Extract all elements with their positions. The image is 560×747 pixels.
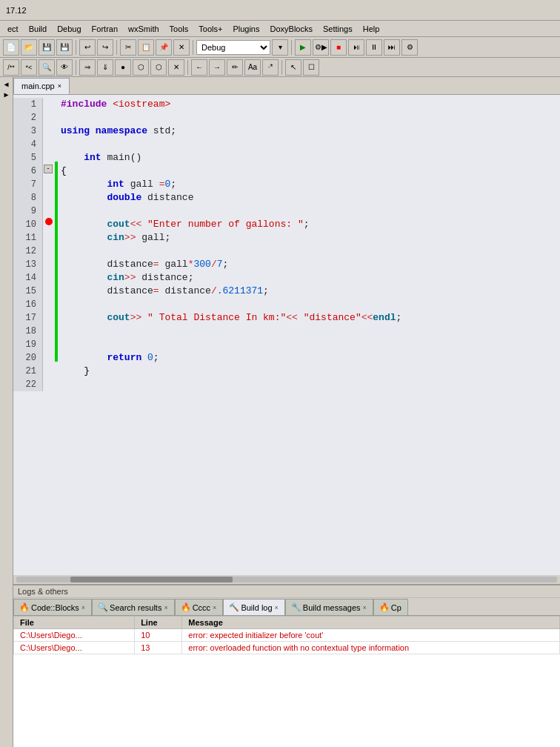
menu-settings[interactable]: Settings [319,23,357,35]
code-line-13: 13 distance= gall*300/7; [13,258,560,271]
code-line-10: 10 cout<< "Enter number of gallons: "; [13,218,560,231]
btab-close-buildlog[interactable]: × [275,604,279,611]
stop-button[interactable]: ■ [330,39,347,56]
menu-doxyblocks[interactable]: DoxyBlocks [265,23,316,35]
bottom-panel-label: Logs & others [13,585,560,598]
cell-message: error: expected initializer before 'cout… [182,629,560,642]
flame-icon-3: 🔥 [380,603,389,612]
format-button[interactable]: Aa [244,59,261,76]
code-line-3: 3 using namespace std; [13,124,560,138]
editor-hscrollbar[interactable] [13,575,560,584]
nav-back-button[interactable]: ⬡ [133,59,149,76]
btab-buildmessages[interactable]: 🔧 Build messages × [285,599,373,615]
btab-buildlog[interactable]: 🔨 Build log × [223,599,284,615]
pause-button[interactable]: ⏸ [366,39,382,56]
dot-button[interactable]: ·* [262,59,279,76]
cursor-button[interactable]: ↖ [285,59,301,76]
table-row[interactable]: C:\Users\Diego... 10 error: expected ini… [14,629,560,642]
bottom-content[interactable]: File Line Message C:\Users\Diego... 10 e… [13,616,560,747]
code-line-1: 1 #include <iostream> [13,98,560,111]
btab-search[interactable]: 🔍 Search results × [92,599,175,615]
editor-wrapper: main.cpp × 1 #include <iostream> 2 3 [13,77,560,747]
code-line-16: 16 [13,298,560,311]
copy-button[interactable]: 📋 [138,39,154,56]
col-file: File [14,617,135,629]
table-row[interactable]: C:\Users\Diego... 13 error: overloaded f… [14,642,560,654]
redo-button[interactable]: ↪ [97,39,113,56]
comment-button[interactable]: /** [3,59,19,76]
new-file-button[interactable]: 📄 [3,39,19,56]
btab-close-search[interactable]: × [164,604,167,611]
hscroll-track[interactable] [16,577,557,582]
step-into-button[interactable]: ⇓ [97,59,113,76]
btab-codeblocks[interactable]: 🔥 Code::Blocks × [13,599,92,615]
next-button[interactable]: ⏭ [384,39,400,56]
hscroll-thumb[interactable] [70,577,233,582]
btab-label: Search results [110,603,161,612]
title-text: 17.12 [6,6,27,15]
x-button[interactable]: ✕ [168,59,184,76]
menu-tools-plus[interactable]: Tools+ [194,23,227,35]
save-all-button[interactable]: 💾 [56,39,73,56]
run-button[interactable]: ▶ [295,39,311,56]
cut-button[interactable]: ✂ [120,39,136,56]
left-sidebar: ◀ ▶ [0,77,13,747]
watch-button[interactable]: 👁 [56,59,73,76]
code-line-11: 11 cin>> gall; [13,231,560,245]
build-run-button[interactable]: ⚙▶ [313,39,329,56]
btab-close-cccc[interactable]: × [213,604,216,611]
menu-tools[interactable]: Tools [165,23,193,35]
dropdown-arrow[interactable]: ▾ [272,39,288,56]
btab-cccc[interactable]: 🔥 Cccc × [175,599,224,615]
toolbar-2: /** *< 🔍 👁 ⇒ ⇓ ● ⬡ ⬡ ✕ ← → ✏ Aa ·* ↖ ☐ [0,58,560,77]
btab-label: Code::Blocks [31,603,79,612]
code-line-5: 5 int main() [13,151,560,165]
btab-label: Build log [241,603,272,612]
menu-build[interactable]: Build [24,23,51,35]
paste-button[interactable]: 📌 [156,39,172,56]
menu-plugins[interactable]: Plugins [228,23,264,35]
collapse-icon[interactable]: - [44,165,53,173]
cell-file: C:\Users\Diego... [14,629,135,642]
code-line-14: 14 cin>> distance; [13,271,560,285]
step-button[interactable]: ⏯ [348,39,364,56]
window-button[interactable]: ☐ [303,59,319,76]
find-button[interactable]: 🔍 [39,59,55,76]
code-line-9: 9 [13,205,560,218]
menu-debug[interactable]: Debug [53,23,85,35]
close-button[interactable]: ✕ [173,39,190,56]
sidebar-arrow-down[interactable]: ▶ [4,90,8,99]
gear-button[interactable]: ⚙ [401,39,418,56]
asterisk-button[interactable]: *< [21,59,37,76]
menu-ect[interactable]: ect [3,23,23,35]
open-button[interactable]: 📂 [21,39,37,56]
menu-fortran[interactable]: Fortran [87,23,122,35]
col-message: Message [182,617,560,629]
code-editor[interactable]: 1 #include <iostream> 2 3 using namespac… [13,95,560,575]
undo-button[interactable]: ↩ [79,39,96,56]
debug-dropdown[interactable]: Debug [196,40,270,55]
cell-message: error: overloaded function with no conte… [182,642,560,654]
menu-help[interactable]: Help [359,23,384,35]
tab-main-cpp[interactable]: main.cpp × [13,78,70,94]
btab-close-buildmessages[interactable]: × [363,604,367,611]
search-icon: 🔍 [99,603,107,612]
btab-close-codeblocks[interactable]: × [81,604,85,611]
arrow-left[interactable]: ← [191,59,207,76]
save-button[interactable]: 💾 [39,39,55,56]
nav-fwd-button[interactable]: ⬡ [150,59,167,76]
step-over-button[interactable]: ⇒ [79,59,96,76]
code-line-19: 19 [13,338,560,351]
code-line-2: 2 [13,111,560,124]
separator [116,40,117,55]
code-line-6: 6 - { [13,165,560,178]
tab-close-button[interactable]: × [58,82,61,90]
breakpoint-button[interactable]: ● [115,59,131,76]
sidebar-arrow-up[interactable]: ◀ [4,80,8,89]
code-line-18: 18 [13,325,560,338]
arrow-right[interactable]: → [209,59,225,76]
menu-wxsmith[interactable]: wxSmith [124,23,164,35]
pencil-button[interactable]: ✏ [227,59,243,76]
btab-cp[interactable]: 🔥 Cp [373,599,408,615]
cell-line: 10 [135,629,182,642]
